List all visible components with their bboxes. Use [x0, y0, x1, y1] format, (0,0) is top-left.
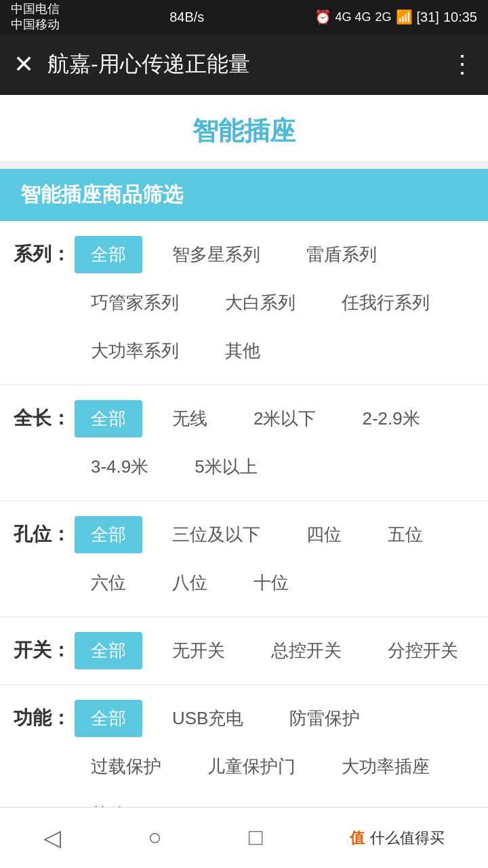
app-bar: ✕ 航嘉-用心传递正能量 ⋮	[0, 34, 488, 95]
nav-brand-area[interactable]: 值 什么值得买	[350, 828, 445, 848]
filter-label-4: 功能：	[14, 700, 75, 731]
filter-label-2: 孔位：	[14, 516, 75, 547]
filter-option-0-6[interactable]: 大功率系列	[75, 332, 195, 370]
status-icons: ⏰ 4G 4G 2G 📶 [31] 10:35	[314, 9, 477, 25]
filter-option-2-3[interactable]: 五位	[371, 516, 439, 553]
filter-option-4-3[interactable]: 过载保护	[75, 748, 178, 785]
signal-bars: 📶	[396, 9, 413, 25]
brand-logo-text: 值	[350, 828, 365, 848]
filter-row-0: 系列：全部智多星系列雷盾系列巧管家系列大白系列任我行系列大功率系列其他	[0, 221, 488, 385]
filter-option-1-1[interactable]: 无线	[156, 400, 224, 437]
filter-option-0-1[interactable]: 智多星系列	[156, 236, 277, 273]
signal-4g: 4G 4G	[336, 10, 371, 24]
filter-row-3: 开关：全部无开关总控开关分控开关	[0, 617, 488, 685]
main-content: 智能插座 智能插座商品筛选 系列：全部智多星系列雷盾系列巧管家系列大白系列任我行…	[0, 95, 488, 868]
home-circle-icon: ○	[148, 824, 162, 850]
clock: 10:35	[443, 9, 477, 25]
nav-back-button[interactable]: ◁	[43, 824, 61, 852]
filter-option-3-0[interactable]: 全部	[75, 632, 142, 669]
filter-option-2-5[interactable]: 八位	[156, 564, 224, 601]
nav-home-button[interactable]: ○	[148, 824, 162, 852]
filter-option-2-4[interactable]: 六位	[75, 564, 142, 601]
filter-option-4-2[interactable]: 防雷保护	[273, 700, 376, 737]
brand-site-text: 什么值得买	[370, 828, 445, 848]
page-title-area: 智能插座	[0, 95, 488, 161]
filter-option-4-1[interactable]: USB充电	[156, 700, 260, 737]
filter-option-1-2[interactable]: 2米以下	[237, 400, 332, 437]
alarm-icon: ⏰	[314, 9, 331, 25]
filter-option-3-3[interactable]: 分控开关	[371, 632, 474, 669]
filter-options-0: 全部智多星系列雷盾系列巧管家系列大白系列任我行系列大功率系列其他	[75, 236, 474, 370]
filter-option-0-2[interactable]: 雷盾系列	[290, 236, 393, 273]
filter-label-0: 系列：	[14, 236, 75, 267]
battery-indicator: [31]	[417, 9, 439, 25]
filter-option-2-6[interactable]: 十位	[237, 564, 305, 601]
filter-header: 智能插座商品筛选	[0, 169, 488, 221]
close-button[interactable]: ✕	[14, 50, 34, 79]
filter-option-3-1[interactable]: 无开关	[156, 632, 241, 669]
filter-row-2: 孔位：全部三位及以下四位五位六位八位十位	[0, 501, 488, 617]
filter-option-1-3[interactable]: 2-2.9米	[346, 400, 436, 437]
carrier-info: 中国电信 中国移动	[11, 1, 60, 33]
recents-square-icon: □	[249, 824, 263, 850]
filter-options-1: 全部无线2米以下2-2.9米3-4.9米5米以上	[75, 400, 474, 486]
filter-option-0-7[interactable]: 其他	[209, 332, 277, 370]
filter-option-2-2[interactable]: 四位	[290, 516, 358, 553]
filter-option-4-0[interactable]: 全部	[75, 700, 142, 737]
filter-options-2: 全部三位及以下四位五位六位八位十位	[75, 516, 474, 601]
filter-option-1-0[interactable]: 全部	[75, 400, 142, 437]
filter-option-0-4[interactable]: 大白系列	[209, 284, 312, 321]
filter-options-3: 全部无开关总控开关分控开关	[75, 632, 474, 669]
filter-label-3: 开关：	[14, 632, 75, 663]
filter-label-1: 全长：	[14, 400, 75, 431]
page-title: 智能插座	[0, 114, 488, 149]
filter-option-1-4[interactable]: 3-4.9米	[75, 448, 165, 486]
signal-2g: 2G	[375, 10, 392, 24]
more-options-button[interactable]: ⋮	[450, 50, 474, 79]
filter-option-0-5[interactable]: 任我行系列	[325, 284, 446, 321]
filter-option-1-5[interactable]: 5米以上	[178, 448, 273, 486]
filter-option-4-4[interactable]: 儿童保护门	[191, 748, 312, 785]
filter-section: 智能插座商品筛选 系列：全部智多星系列雷盾系列巧管家系列大白系列任我行系列大功率…	[0, 169, 488, 849]
back-icon: ◁	[43, 824, 61, 851]
bottom-nav: ◁ ○ □ 值 什么值得买	[0, 807, 488, 868]
filter-option-3-2[interactable]: 总控开关	[255, 632, 358, 669]
status-bar: 中国电信 中国移动 84B/s ⏰ 4G 4G 2G 📶 [31] 10:35	[0, 0, 488, 34]
filter-option-4-5[interactable]: 大功率插座	[325, 748, 446, 785]
network-speed: 84B/s	[169, 9, 204, 25]
app-title: 航嘉-用心传递正能量	[47, 50, 436, 79]
filter-option-0-0[interactable]: 全部	[75, 236, 142, 273]
filter-option-2-1[interactable]: 三位及以下	[156, 516, 277, 553]
filter-option-2-0[interactable]: 全部	[75, 516, 142, 553]
filter-option-0-3[interactable]: 巧管家系列	[75, 284, 195, 321]
nav-recents-button[interactable]: □	[249, 824, 263, 852]
filter-row-1: 全长：全部无线2米以下2-2.9米3-4.9米5米以上	[0, 385, 488, 501]
